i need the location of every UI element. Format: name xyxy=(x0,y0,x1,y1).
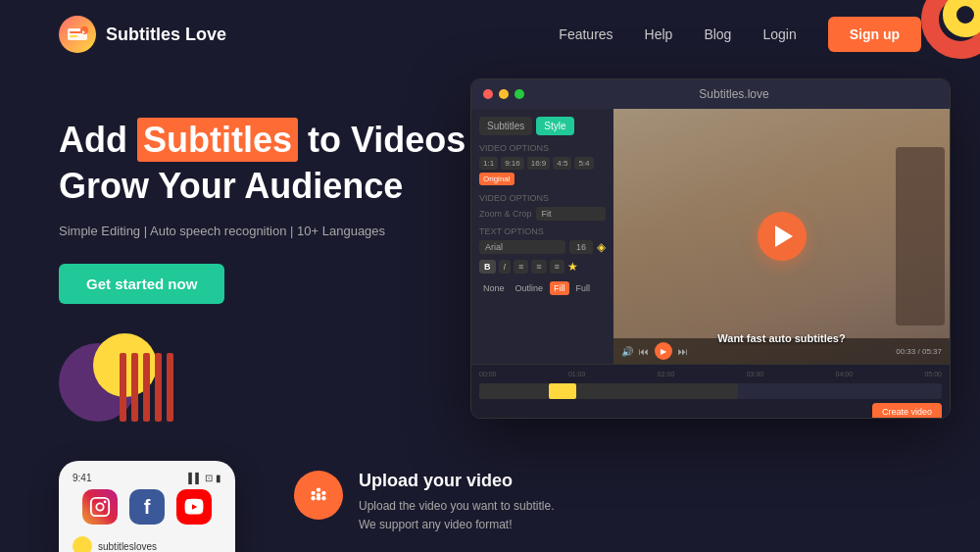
skip-forward-icon[interactable]: ⏭ xyxy=(678,346,688,357)
camera-shape xyxy=(896,147,945,326)
ar-4-5[interactable]: 4:5 xyxy=(553,157,571,170)
style-none[interactable]: None xyxy=(479,281,509,295)
bold-button[interactable]: B xyxy=(479,260,496,274)
header: Subtitles Love Features Help Blog Login … xyxy=(0,0,980,69)
align-right-button[interactable]: ≡ xyxy=(550,260,564,274)
hero-title-pre: Add xyxy=(59,120,137,160)
nav-login[interactable]: Login xyxy=(762,26,796,42)
svg-point-5 xyxy=(96,503,103,510)
fit-control[interactable]: Fit xyxy=(536,207,606,221)
svg-point-9 xyxy=(317,488,320,492)
text-format-buttons: B I ≡ ≡ ≡ ★ xyxy=(479,260,606,274)
font-size[interactable]: 16 xyxy=(569,240,593,254)
font-name[interactable]: Arial xyxy=(479,240,565,254)
deco-left-shapes xyxy=(59,333,470,431)
text-options-label: Text Options xyxy=(479,226,606,236)
italic-button[interactable]: I xyxy=(499,260,512,274)
timeline-segment-3 xyxy=(738,383,830,399)
upload-icon xyxy=(306,482,331,508)
app-body: Subtitles Style Video options 1:1 9:16 1… xyxy=(471,109,950,364)
ruler-0: 00:00 xyxy=(479,371,497,377)
ar-9-16[interactable]: 9:16 xyxy=(501,157,524,170)
svg-point-6 xyxy=(104,501,107,504)
ruler-5: 05:00 xyxy=(924,371,942,377)
align-center-button[interactable]: ≡ xyxy=(531,260,546,274)
play-triangle xyxy=(775,226,793,247)
svg-point-13 xyxy=(321,496,325,500)
phone-username: subtitlesloves xyxy=(98,541,157,552)
timeline-segment-active xyxy=(549,383,576,399)
align-left-button[interactable]: ≡ xyxy=(514,260,528,274)
app-timeline: 00:00 01:00 02:00 03:00 04:00 05:00 Crea… xyxy=(471,364,950,418)
hero-title: Add Subtitles to Videos Grow Your Audien… xyxy=(59,118,470,210)
upload-icon-area xyxy=(294,471,343,520)
aspect-ratios: 1:1 9:16 16:9 4:5 5:4 Original xyxy=(479,157,606,185)
nav-features[interactable]: Features xyxy=(559,26,612,42)
svg-point-11 xyxy=(311,496,315,500)
svg-point-10 xyxy=(321,491,325,495)
timeline-footer: Create video xyxy=(479,399,942,419)
upload-desc-line2: We support any video format! xyxy=(359,516,554,534)
video-play-button[interactable] xyxy=(758,212,807,261)
timeline-ruler: 00:00 01:00 02:00 03:00 04:00 05:00 xyxy=(479,369,942,379)
phone-time: 9:41 xyxy=(73,473,91,483)
create-video-label: Create video xyxy=(882,407,932,417)
deco-stripes xyxy=(120,353,173,422)
app-window: Subtitles.love Subtitles Style Video opt… xyxy=(470,78,951,419)
timeline-track[interactable] xyxy=(479,383,942,399)
ruler-3: 03:00 xyxy=(747,371,764,377)
signup-button[interactable]: Sign up xyxy=(828,17,921,52)
nav-help[interactable]: Help xyxy=(645,26,673,42)
phone-mockup: 9:41 ▌▌ ⊡ ▮ f xyxy=(59,461,255,552)
titlebar-dot-red xyxy=(483,89,493,99)
ar-5-4[interactable]: 5:4 xyxy=(574,157,593,170)
timeline-segment-2 xyxy=(576,383,738,399)
create-video-button[interactable]: Create video xyxy=(872,403,942,419)
ar-original[interactable]: Original xyxy=(479,173,514,185)
video-time: 00:33 / 05:37 xyxy=(896,347,942,356)
hero-title-line2: Grow Your Audience xyxy=(59,166,403,206)
nav: Features Help Blog Login Sign up xyxy=(559,17,921,52)
font-controls: Arial 16 ◈ xyxy=(479,240,606,254)
style-row: None Outline Fill Full xyxy=(479,281,606,295)
phone-signal: ▌▌ ⊡ ▮ xyxy=(188,473,221,483)
facebook-icon[interactable]: f xyxy=(129,489,165,525)
volume-icon[interactable]: 🔊 xyxy=(621,346,633,357)
tab-style[interactable]: Style xyxy=(536,117,573,135)
titlebar-dot-green xyxy=(514,89,524,99)
hero-title-post: to Videos xyxy=(298,120,466,160)
phone-shell: 9:41 ▌▌ ⊡ ▮ f xyxy=(59,461,235,552)
ar-16-9[interactable]: 16:9 xyxy=(527,157,551,170)
skip-back-icon[interactable]: ⏮ xyxy=(639,346,649,357)
main-content: Add Subtitles to Videos Grow Your Audien… xyxy=(0,69,980,431)
nav-blog[interactable]: Blog xyxy=(704,26,731,42)
timeline-segment-1 xyxy=(479,383,549,399)
ar-1-1[interactable]: 1:1 xyxy=(479,157,498,170)
video-placeholder: Want fast auto subtitles? xyxy=(613,109,950,364)
svg-rect-2 xyxy=(70,35,77,37)
get-started-button[interactable]: Get started now xyxy=(59,264,224,304)
play-pause-button[interactable]: ▶ xyxy=(655,342,672,360)
ruler-2: 02:00 xyxy=(658,371,675,377)
style-full[interactable]: Full xyxy=(572,281,595,295)
phone-avatar xyxy=(73,536,92,552)
logo-text: Subtitles Love xyxy=(106,25,226,45)
hero-left: Add Subtitles to Videos Grow Your Audien… xyxy=(59,88,470,431)
phone-statusbar: 9:41 ▌▌ ⊡ ▮ xyxy=(69,473,225,489)
ruler-1: 01:00 xyxy=(568,371,586,377)
ruler-4: 04:00 xyxy=(836,371,854,377)
style-fill[interactable]: Fill xyxy=(550,281,569,295)
instagram-icon[interactable] xyxy=(82,489,118,525)
logo-area: Subtitles Love xyxy=(59,16,226,53)
color-picker-icon[interactable]: ◈ xyxy=(597,240,606,254)
app-sidebar: Subtitles Style Video options 1:1 9:16 1… xyxy=(471,109,613,364)
svg-point-14 xyxy=(317,493,320,497)
tab-subtitles[interactable]: Subtitles xyxy=(479,117,532,135)
svg-point-8 xyxy=(311,491,315,495)
style-outline[interactable]: Outline xyxy=(512,281,548,295)
hero-subtitle: Simple Editing | Auto speech recognition… xyxy=(59,222,470,241)
upload-title: Upload your video xyxy=(359,471,554,491)
titlebar-dot-yellow xyxy=(499,89,509,99)
phone-apps: f xyxy=(69,489,225,525)
youtube-icon[interactable] xyxy=(176,489,212,525)
